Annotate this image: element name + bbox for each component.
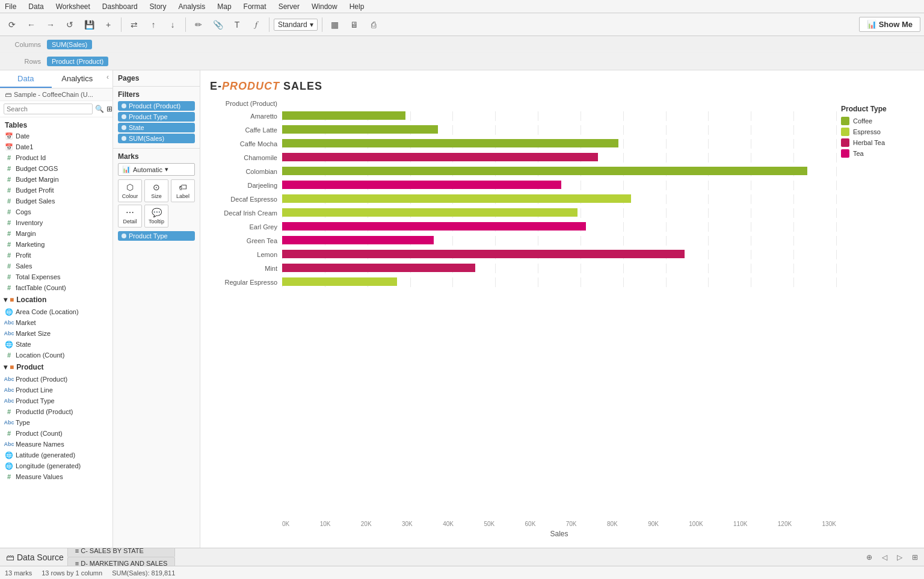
bar-fill[interactable] — [282, 167, 807, 175]
text-btn[interactable]: T — [229, 16, 245, 33]
marks-type-dropdown[interactable]: 📊 Automatic ▾ — [118, 163, 195, 176]
legend-item-coffee[interactable]: Coffee — [841, 117, 910, 125]
share-btn[interactable]: ⎙ — [365, 16, 382, 33]
tab-grid-btn[interactable]: ⊞ — [908, 552, 922, 563]
swap-btn[interactable]: ⇄ — [126, 16, 143, 33]
sort-desc-btn[interactable]: ↓ — [164, 16, 181, 33]
bar-fill[interactable] — [282, 181, 561, 189]
sidebar-item-cogs[interactable]: #Cogs — [0, 206, 112, 217]
pen-btn[interactable]: ✏ — [190, 16, 207, 33]
legend-item-tea[interactable]: Tea — [841, 149, 910, 158]
search-input[interactable] — [4, 104, 93, 114]
rows-pill[interactable]: Product (Product) — [47, 57, 108, 66]
marks-product-type-pill[interactable]: Product Type — [118, 231, 195, 241]
show-me-button[interactable]: 📊 Show Me — [859, 17, 920, 32]
datasource-tab[interactable]: 🗃 Data Source — [2, 553, 67, 562]
pin-btn[interactable]: 📎 — [209, 16, 226, 33]
tab-c--sales-by-state[interactable]: ≡ C- SALES BY STATE — [67, 548, 176, 557]
columns-pill[interactable]: SUM(Sales) — [47, 40, 92, 49]
bar-fill[interactable] — [282, 277, 397, 286]
filter-icon[interactable]: ⊞ — [106, 105, 112, 113]
chart-type-dropdown[interactable]: Standard ▾ — [274, 19, 318, 31]
marks-label-btn[interactable]: 🏷 Label — [171, 179, 195, 202]
sidebar-item-productid-(product)[interactable]: #ProductId (Product) — [0, 406, 112, 417]
menu-map[interactable]: Map — [215, 1, 233, 12]
bar-fill[interactable] — [282, 208, 578, 217]
sidebar-item-budget-profit[interactable]: #Budget Profit — [0, 185, 112, 196]
sidebar-item-product-line[interactable]: AbcProduct Line — [0, 385, 112, 395]
sidebar-item-budget-cogs[interactable]: #Budget COGS — [0, 163, 112, 174]
bar-fill[interactable] — [282, 236, 434, 244]
sidebar-item-profit[interactable]: #Profit — [0, 250, 112, 261]
sidebar-item-margin[interactable]: #Margin — [0, 228, 112, 239]
menu-format[interactable]: Format — [241, 1, 269, 12]
sidebar-item-latitude-(generated)[interactable]: 🌐Latitude (generated) — [0, 450, 112, 460]
location-section[interactable]: ▾ ■ Location — [0, 293, 112, 306]
italic-btn[interactable]: 𝑓 — [248, 16, 265, 33]
menu-dashboard[interactable]: Dashboard — [100, 1, 140, 12]
new-sheet-btn[interactable]: ⊕ — [863, 552, 876, 563]
sidebar-item-measure-names[interactable]: AbcMeasure Names — [0, 439, 112, 450]
marks-colour-btn[interactable]: ⬡ Colour — [118, 179, 142, 202]
menu-worksheet[interactable]: Worksheet — [54, 1, 93, 12]
sidebar-item-inventory[interactable]: #Inventory — [0, 217, 112, 228]
menu-data[interactable]: Data — [26, 1, 46, 12]
sidebar-item-budget-margin[interactable]: #Budget Margin — [0, 174, 112, 185]
tab-analytics[interactable]: Analytics — [52, 70, 103, 88]
sidebar-item-product-(count)[interactable]: #Product (Count) — [0, 428, 112, 439]
sidebar-item-market[interactable]: AbcMarket — [0, 317, 112, 328]
sidebar-item-longitude-(generated)[interactable]: 🌐Longitude (generated) — [0, 460, 112, 471]
sidebar-item-total-expenses[interactable]: #Total Expenses — [0, 271, 112, 282]
sidebar-item-product-type[interactable]: AbcProduct Type — [0, 395, 112, 406]
sidebar-item-sales[interactable]: #Sales — [0, 261, 112, 271]
legend-item-herbal-tea[interactable]: Herbal Tea — [841, 138, 910, 147]
sidebar-item-facttable-(count)[interactable]: #factTable (Count) — [0, 282, 112, 293]
undo-back-btn[interactable]: ⟳ — [4, 16, 20, 33]
new-btn[interactable]: + — [100, 16, 117, 33]
bar-fill[interactable] — [282, 139, 618, 147]
sidebar-item-area-code-(location)[interactable]: 🌐Area Code (Location) — [0, 306, 112, 317]
menu-analysis[interactable]: Analysis — [176, 1, 208, 12]
filter-pill-product-(product)[interactable]: Product (Product) — [118, 101, 195, 111]
bar-fill[interactable] — [282, 222, 586, 231]
bar-fill[interactable] — [282, 125, 438, 134]
tab-d--marketing-and-sales[interactable]: ≡ D- MARKETING AND SALES — [67, 557, 176, 566]
nav-right-btn[interactable]: ▷ — [893, 552, 906, 563]
legend-item-espresso[interactable]: Espresso — [841, 128, 910, 136]
nav-back-btn[interactable]: ← — [23, 16, 40, 33]
sidebar-item-product-(product)[interactable]: AbcProduct (Product) — [0, 374, 112, 385]
menu-help[interactable]: Help — [347, 1, 367, 12]
product-section[interactable]: ▾ ■ Product — [0, 361, 112, 374]
sidebar-item-location-(count)[interactable]: #Location (Count) — [0, 350, 112, 361]
nav-left-btn[interactable]: ◁ — [878, 552, 891, 563]
marks-size-btn[interactable]: ⊙ Size — [144, 179, 168, 202]
filter-pill-sum(sales)[interactable]: SUM(Sales) — [118, 134, 195, 143]
menu-file[interactable]: File — [2, 1, 19, 12]
sidebar-source[interactable]: 🗃 Sample - CoffeeChain (U... — [0, 88, 112, 101]
sidebar-item-product-id[interactable]: #Product Id — [0, 152, 112, 163]
tab-data[interactable]: Data — [0, 70, 52, 88]
sidebar-item-state[interactable]: 🌐State — [0, 339, 112, 350]
bar-fill[interactable] — [282, 264, 475, 272]
sidebar-close-btn[interactable]: ‹ — [103, 70, 112, 88]
bar-fill[interactable] — [282, 111, 405, 120]
refresh-btn[interactable]: ↺ — [61, 16, 78, 33]
bar-fill[interactable] — [282, 194, 631, 203]
marks-tooltip-btn[interactable]: 💬 Tooltip — [144, 205, 168, 228]
sidebar-item-measure-values[interactable]: #Measure Values — [0, 471, 112, 482]
menu-server[interactable]: Server — [276, 1, 302, 12]
bars-btn[interactable]: ▦ — [327, 16, 343, 33]
sidebar-item-budget-sales[interactable]: #Budget Sales — [0, 196, 112, 206]
marks-detail-btn[interactable]: ⋯ Detail — [118, 205, 142, 228]
sidebar-item-date1[interactable]: 📅Date1 — [0, 141, 112, 152]
bar-fill[interactable] — [282, 250, 685, 258]
sidebar-item-date[interactable]: 📅Date — [0, 131, 112, 141]
nav-fwd-btn[interactable]: → — [42, 16, 59, 33]
monitor-btn[interactable]: 🖥 — [346, 16, 363, 33]
menu-story[interactable]: Story — [147, 1, 169, 12]
filter-pill-product-type[interactable]: Product Type — [118, 112, 195, 122]
sidebar-item-type[interactable]: AbcType — [0, 417, 112, 428]
menu-window[interactable]: Window — [309, 1, 340, 12]
save-btn[interactable]: 💾 — [81, 16, 97, 33]
bar-fill[interactable] — [282, 153, 598, 161]
